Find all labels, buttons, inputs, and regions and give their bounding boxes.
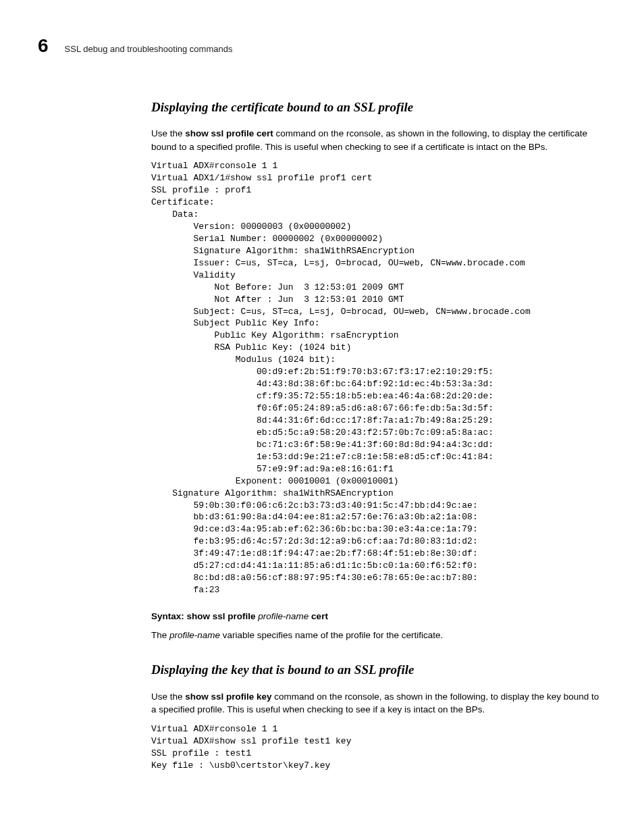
command-name: show ssl profile cert <box>185 128 273 138</box>
section1-heading: Displaying the certificate bound to an S… <box>151 98 601 117</box>
syntax-label: Syntax: <box>151 611 187 621</box>
syntax-cmd: show ssl profile <box>187 611 259 621</box>
page-header: 6 SSL debug and troubleshooting commands <box>38 32 601 60</box>
syntax-cmd: cert <box>308 611 328 621</box>
text: Use the <box>151 692 185 702</box>
section1-syntax: Syntax: show ssl profile profile-name ce… <box>151 610 601 623</box>
section1-code-block: Virtual ADX#rconsole 1 1 Virtual ADX1/1#… <box>151 160 601 596</box>
text: variable specifies name of the profile f… <box>220 630 443 640</box>
command-name: show ssl profile key <box>185 692 271 702</box>
main-content: Displaying the certificate bound to an S… <box>151 98 601 772</box>
running-title: SSL debug and troubleshooting commands <box>65 43 233 56</box>
text: The <box>151 630 169 640</box>
text: Use the <box>151 128 185 138</box>
chapter-number: 6 <box>38 32 49 60</box>
section2-heading: Displaying the key that is bound to an S… <box>151 660 601 679</box>
section1-note: The profile-name variable specifies name… <box>151 629 601 642</box>
variable-name: profile-name <box>169 630 220 640</box>
section2-code-block: Virtual ADX#rconsole 1 1 Virtual ADX#sho… <box>151 723 601 772</box>
section1-intro: Use the show ssl profile cert command on… <box>151 127 601 153</box>
section2-intro: Use the show ssl profile key command on … <box>151 690 601 716</box>
syntax-var: profile-name <box>258 611 308 621</box>
